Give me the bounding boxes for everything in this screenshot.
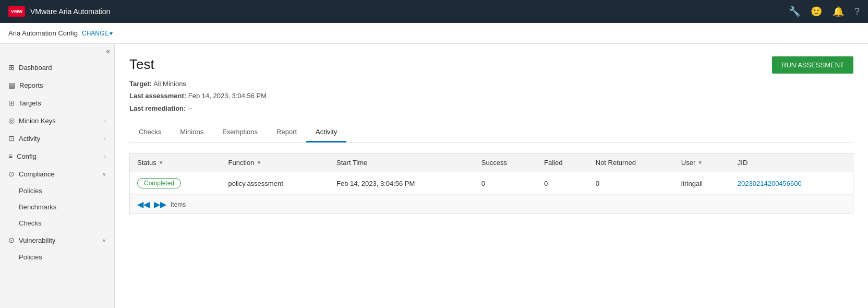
user-filter-icon[interactable]: ▼	[697, 160, 703, 165]
table-row: Completed policy.assessment Feb 14, 2023…	[130, 172, 853, 195]
pagination-next-icon[interactable]: ▶▶	[154, 199, 166, 209]
app-title: VMware Aria Automation	[30, 7, 789, 16]
jid-link[interactable]: 20230214200456600	[738, 180, 802, 187]
last-assessment-value: Feb 14, 2023, 3:04:56 PM	[188, 92, 267, 100]
th-not-returned-label: Not Returned	[596, 159, 636, 167]
th-user: User ▼	[674, 153, 730, 172]
tab-exemptions[interactable]: Exemptions	[213, 123, 267, 143]
reports-icon: ▤	[8, 81, 15, 89]
vulnerability-policies-label: Policies	[19, 253, 42, 261]
sidebar-item-activity[interactable]: ⊡ Activity ›	[0, 129, 114, 147]
tab-activity[interactable]: Activity	[306, 123, 346, 143]
tab-minions[interactable]: Minions	[171, 123, 213, 143]
main-content: Test Target: All Minions Last assessment…	[115, 44, 868, 308]
help-icon[interactable]: ?	[854, 6, 860, 17]
th-start-time-label: Start Time	[336, 159, 367, 167]
subnav: Aria Automation Config CHANGE ▾	[0, 23, 868, 44]
th-success-label: Success	[481, 159, 507, 167]
sidebar-item-config[interactable]: ≡ Config ›	[0, 147, 114, 165]
cell-failed: 0	[537, 172, 588, 195]
th-start-time: Start Time	[329, 153, 474, 172]
pagination-prev-icon[interactable]: ◀◀	[137, 199, 150, 209]
sidebar: « ⊞ Dashboard ▤ Reports ⊞ Targets ◎ Mini…	[0, 44, 115, 308]
compliance-checks-label: Checks	[19, 219, 41, 227]
sidebar-label-targets: Targets	[19, 99, 106, 107]
sidebar-label-config: Config	[17, 152, 100, 160]
sidebar-collapse-btn[interactable]: «	[0, 44, 114, 58]
smiley-icon[interactable]: 🙂	[811, 6, 822, 17]
tabs: Checks Minions Exemptions Report Activit…	[129, 123, 853, 143]
sidebar-item-compliance-benchmarks[interactable]: Benchmarks	[0, 199, 114, 215]
config-icon: ≡	[8, 152, 13, 160]
th-status: Status ▼	[130, 153, 221, 172]
last-remediation-label: Last remediation:	[129, 104, 186, 112]
subnav-change-button[interactable]: CHANGE ▾	[82, 30, 113, 37]
vulnerability-icon: ⊙	[8, 236, 15, 244]
th-user-label: User	[681, 159, 695, 167]
cell-not-returned: 0	[588, 172, 674, 195]
config-arrow-icon: ›	[104, 153, 106, 159]
sidebar-item-compliance[interactable]: ⊙ Compliance ∨	[0, 165, 114, 183]
minion-keys-arrow-icon: ›	[104, 118, 106, 124]
sidebar-item-dashboard[interactable]: ⊞ Dashboard	[0, 58, 114, 76]
compliance-benchmarks-label: Benchmarks	[19, 203, 56, 211]
table: Status ▼ Function ▼ Start Time	[130, 153, 853, 195]
sidebar-item-vulnerability-policies[interactable]: Policies	[0, 249, 114, 265]
activity-arrow-icon: ›	[104, 136, 106, 141]
wrench-icon[interactable]: 🔧	[789, 6, 800, 17]
cell-function: policy.assessment	[221, 172, 330, 195]
sidebar-label-activity: Activity	[19, 135, 100, 143]
th-status-label: Status	[137, 159, 156, 167]
th-jid: JID	[730, 153, 853, 172]
topbar-icons: 🔧 🙂 🔔 ?	[789, 6, 860, 17]
topbar: VMW VMware Aria Automation 🔧 🙂 🔔 ?	[0, 0, 868, 23]
sidebar-item-compliance-policies[interactable]: Policies	[0, 183, 114, 199]
sidebar-item-vulnerability[interactable]: ⊙ Vulnerability ∨	[0, 231, 114, 249]
target-label: Target:	[129, 80, 152, 88]
cell-user: ltringali	[674, 172, 730, 195]
tab-checks[interactable]: Checks	[129, 123, 171, 143]
collapse-icon[interactable]: «	[106, 47, 110, 55]
sidebar-label-minion-keys: Minion Keys	[19, 117, 100, 125]
table-footer: ◀◀ ▶▶ Items	[130, 195, 853, 214]
sidebar-item-reports[interactable]: ▤ Reports	[0, 76, 114, 94]
th-success: Success	[474, 153, 537, 172]
sidebar-item-minion-keys[interactable]: ◎ Minion Keys ›	[0, 112, 114, 129]
compliance-arrow-icon: ∨	[102, 171, 106, 177]
compliance-icon: ⊙	[8, 170, 15, 178]
function-filter-icon[interactable]: ▼	[256, 160, 261, 165]
sidebar-label-compliance: Compliance	[19, 170, 98, 178]
th-jid-label: JID	[738, 159, 748, 167]
cell-success: 0	[474, 172, 537, 195]
target-value: All Minions	[153, 80, 186, 88]
vulnerability-arrow-icon: ∨	[102, 238, 106, 243]
cell-status: Completed	[130, 172, 221, 195]
sidebar-label-vulnerability: Vulnerability	[19, 236, 98, 244]
table-header-row: Status ▼ Function ▼ Start Time	[130, 153, 853, 172]
target-row: Target: All Minions	[129, 78, 267, 90]
cell-jid: 20230214200456600	[730, 172, 853, 195]
sidebar-item-compliance-checks[interactable]: Checks	[0, 215, 114, 231]
bell-icon[interactable]: 🔔	[833, 6, 844, 17]
activity-table: Status ▼ Function ▼ Start Time	[129, 153, 853, 214]
layout: « ⊞ Dashboard ▤ Reports ⊞ Targets ◎ Mini…	[0, 44, 868, 308]
last-assessment-row: Last assessment: Feb 14, 2023, 3:04:56 P…	[129, 90, 267, 102]
th-failed: Failed	[537, 153, 588, 172]
cell-start-time: Feb 14, 2023, 3:04:56 PM	[329, 172, 474, 195]
run-assessment-button[interactable]: RUN ASSESSMENT	[772, 56, 853, 74]
page-header: Test Target: All Minions Last assessment…	[129, 56, 853, 114]
targets-icon: ⊞	[8, 99, 15, 107]
status-badge: Completed	[137, 178, 181, 188]
page-info: Test Target: All Minions Last assessment…	[129, 56, 267, 114]
th-function: Function ▼	[221, 153, 330, 172]
tab-report[interactable]: Report	[267, 123, 306, 143]
th-function-label: Function	[228, 159, 255, 167]
compliance-policies-label: Policies	[19, 187, 42, 195]
status-filter-icon[interactable]: ▼	[159, 160, 164, 165]
sidebar-item-targets[interactable]: ⊞ Targets	[0, 94, 114, 112]
minion-keys-icon: ◎	[8, 116, 15, 125]
last-remediation-row: Last remediation: --	[129, 102, 267, 114]
th-failed-label: Failed	[544, 159, 562, 167]
dashboard-icon: ⊞	[8, 63, 15, 72]
last-assessment-label: Last assessment:	[129, 92, 186, 100]
